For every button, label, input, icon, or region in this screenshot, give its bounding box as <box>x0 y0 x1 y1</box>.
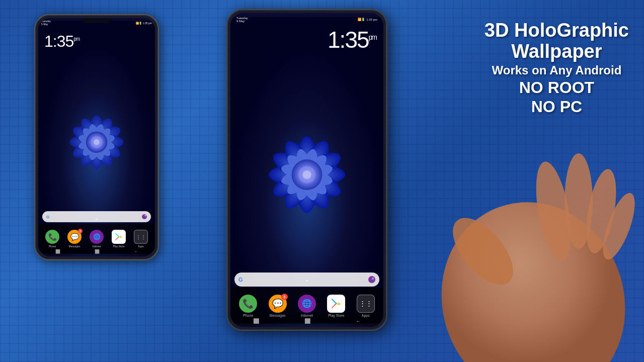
phone-icon-left[interactable]: 📞 <box>45 230 59 244</box>
nav-back-left[interactable]: ← <box>134 249 138 254</box>
date2-left: 5 May <box>41 23 51 26</box>
phone-icon-right[interactable]: 📞 <box>239 295 257 313</box>
nav-home-right[interactable]: ⬜ <box>304 318 310 324</box>
notch-left <box>82 18 112 23</box>
svg-point-55 <box>302 170 311 179</box>
status-time-left: 1:35 pm <box>143 22 152 25</box>
mic-icon-right[interactable]: 🎤 <box>368 276 375 283</box>
title-line5: NO PC <box>485 97 629 116</box>
nav-bar-left: ⬜ ⬜ ← <box>38 246 155 256</box>
app-internet-right[interactable]: 🌐 Internet <box>298 295 316 317</box>
status-icons-left: 📶🔋 <box>136 22 142 25</box>
mic-icon-left[interactable]: 🎤 <box>142 214 147 219</box>
search-bar-right[interactable]: G 🎤 <box>234 273 379 287</box>
time-right: 1:35pm <box>328 28 376 51</box>
nav-home-left[interactable]: ⬜ <box>95 249 100 254</box>
nav-recent-right[interactable]: ⬜ <box>253 318 259 324</box>
title-line2: Wallpaper <box>485 41 629 62</box>
date2-right: 9 May <box>236 20 248 23</box>
nav-recent-left[interactable]: ⬜ <box>55 249 60 254</box>
google-g-left: G <box>46 215 49 219</box>
playstore-icon-right[interactable] <box>327 295 345 313</box>
search-bar-left[interactable]: G 🎤 <box>42 211 151 222</box>
nav-back-right[interactable]: ← <box>356 318 361 324</box>
svg-point-27 <box>94 139 100 145</box>
title-line4: NO ROOT <box>485 78 629 97</box>
messages-badge-left: 3 <box>78 229 83 233</box>
messages-badge-right: 3 <box>281 294 288 300</box>
app-apps-right[interactable]: ⋮⋮ Apps <box>357 295 375 317</box>
internet-icon-right[interactable]: 🌐 <box>298 295 316 313</box>
messages-icon-left[interactable]: 💬 3 <box>67 230 82 244</box>
time-left: 1:35pm <box>44 32 79 51</box>
apps-icon-right[interactable]: ⋮⋮ <box>357 295 375 313</box>
app-playstore-right[interactable]: Play Store <box>327 295 345 317</box>
playstore-icon-left[interactable] <box>112 230 126 244</box>
app-phone-left[interactable]: 📞 Phone <box>45 230 59 248</box>
apps-icon-left[interactable]: ⋮⋮ <box>134 230 148 244</box>
left-phone: Tuesday 5 May 📶🔋 1:35 pm 1:35pm <box>34 14 159 260</box>
messages-icon-right[interactable]: 💬 3 <box>269 295 287 313</box>
title-line3: Works on Any Android <box>485 62 629 78</box>
app-messages-right[interactable]: 💬 3 Messages <box>269 295 287 317</box>
app-phone-right[interactable]: 📞 Phone <box>239 295 257 317</box>
google-g-right: G <box>238 277 243 283</box>
status-icons-right: 📶🔋 <box>358 18 365 21</box>
app-playstore-left[interactable]: Play Store <box>112 230 126 248</box>
hand-overlay <box>392 111 644 362</box>
app-apps-left[interactable]: ⋮⋮ Apps <box>134 230 148 248</box>
title-line1: 3D HoloGraphic <box>485 20 629 41</box>
app-messages-left[interactable]: 💬 3 Messages <box>67 230 82 248</box>
app-internet-left[interactable]: 🌐 Internet <box>90 230 104 248</box>
text-overlay: 3D HoloGraphic Wallpaper Works on Any An… <box>485 20 629 117</box>
date-right: Tuesday <box>236 17 248 20</box>
nav-bar-right: ⬜ ⬜ ← <box>230 315 383 327</box>
status-bar-right: Tuesday 9 May 📶🔋 1:35 pm <box>230 13 383 24</box>
status-time-right: 1:35 pm <box>366 18 377 21</box>
internet-icon-left[interactable]: 🌐 <box>90 230 104 244</box>
right-phone: Tuesday 9 May 📶🔋 1:35 pm 1:35pm <box>226 9 387 331</box>
